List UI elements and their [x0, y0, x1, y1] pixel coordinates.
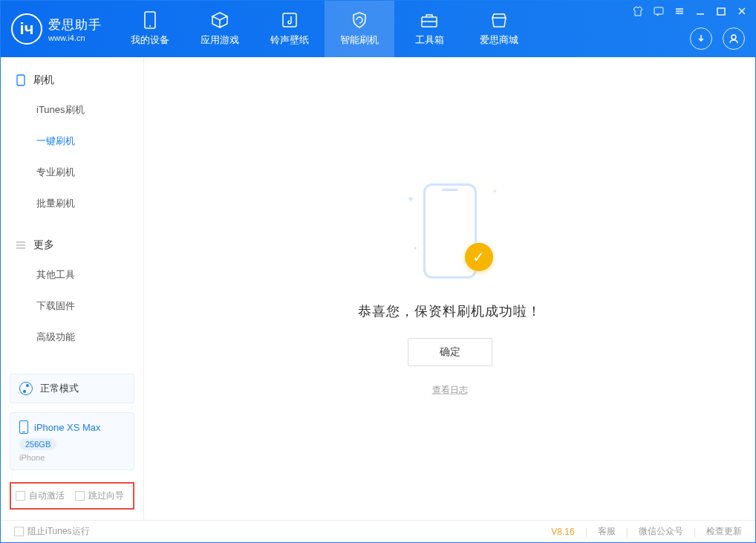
menu-icon[interactable]	[674, 5, 685, 17]
sidebar-heading-more: 更多	[1, 234, 143, 259]
app-body: 刷机 iTunes刷机 一键刷机 专业刷机 批量刷机 更多 其他工具 下载固件 …	[1, 57, 755, 520]
mode-card[interactable]: 正常模式	[10, 374, 134, 403]
app-url: www.i4.cn	[48, 33, 102, 42]
svg-rect-5	[654, 7, 663, 14]
sidebar-item-batch-flash[interactable]: 批量刷机	[1, 188, 143, 219]
checkbox-icon	[14, 527, 24, 536]
separator: |	[585, 527, 587, 537]
device-card[interactable]: iPhone XS Max 256GB iPhone	[10, 412, 134, 470]
svg-rect-10	[717, 8, 725, 15]
nav-label: 爱思商城	[480, 33, 518, 47]
sparkle-icon: ✦	[492, 188, 498, 195]
cube-icon	[211, 11, 229, 29]
nav-label: 我的设备	[131, 33, 169, 47]
view-log-link[interactable]: 查看日志	[432, 384, 468, 397]
maximize-icon[interactable]	[715, 5, 727, 17]
device-name-row: iPhone XS Max	[19, 420, 125, 434]
music-icon	[281, 11, 299, 29]
feedback-icon[interactable]	[653, 5, 665, 17]
separator: |	[626, 527, 628, 537]
nav-label: 铃声壁纸	[270, 33, 309, 47]
device-phone-icon	[19, 420, 28, 434]
svg-point-13	[731, 35, 736, 39]
sidebar-item-other-tools[interactable]: 其他工具	[1, 259, 143, 290]
block-itunes-checkbox[interactable]: 阻止iTunes运行	[14, 525, 90, 538]
checkbox-label: 跳过向导	[88, 490, 124, 502]
separator: |	[694, 527, 696, 537]
mode-label: 正常模式	[40, 382, 79, 395]
footer-link-wechat[interactable]: 微信公众号	[639, 525, 683, 538]
svg-point-1	[149, 25, 151, 27]
device-type: iPhone	[19, 453, 125, 462]
close-icon[interactable]	[736, 5, 748, 17]
checkbox-icon	[75, 491, 85, 501]
nav-my-device[interactable]: 我的设备	[115, 1, 185, 57]
mode-icon	[19, 382, 33, 395]
footer-right: V8.16 | 客服 | 微信公众号 | 检查更新	[551, 525, 742, 538]
footer-link-update[interactable]: 检查更新	[706, 525, 742, 538]
sidebar-heading-flash: 刷机	[1, 69, 143, 94]
titlebar-controls	[632, 5, 748, 17]
sidebar-item-advanced[interactable]: 高级功能	[1, 322, 143, 353]
sparkle-icon: ✦	[413, 245, 418, 252]
auto-activate-checkbox[interactable]: 自动激活	[16, 490, 65, 502]
user-button[interactable]	[723, 27, 745, 50]
sparkle-icon: ✦	[407, 194, 414, 204]
device-name: iPhone XS Max	[34, 422, 101, 433]
sidebar: 刷机 iTunes刷机 一键刷机 专业刷机 批量刷机 更多 其他工具 下载固件 …	[1, 57, 144, 520]
sidebar-item-oneclick-flash[interactable]: 一键刷机	[1, 126, 143, 157]
sidebar-section-more: 更多 其他工具 下载固件 高级功能	[1, 222, 143, 356]
shirt-icon[interactable]	[632, 5, 644, 17]
nav-tabs: 我的设备 应用游戏 铃声壁纸 智能刷机 工具箱 爱思商城	[115, 1, 534, 57]
nav-label: 智能刷机	[340, 33, 379, 47]
success-illustration: ✦ ✦ ✦ ✓	[405, 181, 495, 284]
ok-button[interactable]: 确定	[408, 338, 492, 366]
checkbox-label: 自动激活	[29, 490, 65, 502]
download-button[interactable]	[690, 27, 712, 50]
main-content: ✦ ✦ ✦ ✓ 恭喜您，保资料刷机成功啦！ 确定 查看日志	[144, 57, 755, 520]
highlighted-checkbox-row: 自动激活 跳过向导	[10, 482, 134, 510]
app-header: iч 爱思助手 www.i4.cn 我的设备 应用游戏 铃声壁纸 智能刷机 工具…	[1, 1, 755, 57]
logo-text: 爱思助手 www.i4.cn	[48, 16, 102, 42]
checkbox-label: 阻止iTunes运行	[27, 525, 90, 538]
sidebar-item-download-fw[interactable]: 下载固件	[1, 290, 143, 322]
logo-icon: iч	[11, 13, 42, 45]
logo-area: iч 爱思助手 www.i4.cn	[1, 1, 115, 57]
nav-flash[interactable]: 智能刷机	[325, 1, 394, 57]
nav-label: 工具箱	[415, 33, 444, 47]
app-name: 爱思助手	[48, 16, 102, 33]
section-title: 更多	[33, 238, 54, 252]
sidebar-item-itunes-flash[interactable]: iTunes刷机	[1, 94, 143, 126]
phone-small-icon	[16, 75, 26, 85]
checkbox-icon	[16, 491, 25, 501]
skip-guide-checkbox[interactable]: 跳过向导	[75, 490, 124, 502]
refresh-shield-icon	[351, 11, 368, 29]
version-label: V8.16	[551, 527, 574, 537]
device-icon	[141, 11, 159, 29]
device-storage: 256GB	[19, 438, 56, 450]
minimize-icon[interactable]	[694, 5, 706, 17]
svg-rect-2	[283, 13, 296, 27]
toolbox-icon	[420, 11, 438, 29]
check-badge-icon: ✓	[465, 243, 493, 271]
list-icon	[16, 240, 26, 250]
footer-link-service[interactable]: 客服	[598, 525, 616, 538]
nav-store[interactable]: 爱思商城	[464, 1, 534, 57]
footer: 阻止iTunes运行 V8.16 | 客服 | 微信公众号 | 检查更新	[1, 520, 755, 542]
store-icon	[490, 11, 508, 29]
nav-ringtones[interactable]: 铃声壁纸	[255, 1, 325, 57]
section-title: 刷机	[33, 74, 54, 87]
nav-apps[interactable]: 应用游戏	[185, 1, 255, 57]
sidebar-section-flash: 刷机 iTunes刷机 一键刷机 专业刷机 批量刷机	[1, 57, 143, 222]
nav-label: 应用游戏	[201, 33, 239, 47]
nav-toolbox[interactable]: 工具箱	[394, 1, 464, 57]
header-right-buttons	[690, 27, 745, 50]
sidebar-item-pro-flash[interactable]: 专业刷机	[1, 157, 143, 188]
svg-rect-14	[17, 75, 25, 85]
success-message: 恭喜您，保资料刷机成功啦！	[358, 302, 541, 320]
